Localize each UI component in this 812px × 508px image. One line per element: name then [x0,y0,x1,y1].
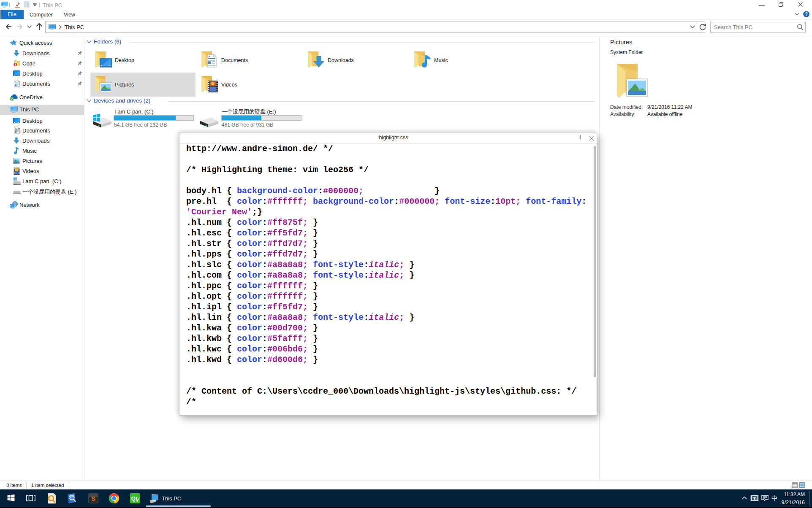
svg-text:?: ? [805,11,808,16]
svg-text:Qt: Qt [131,495,138,502]
svg-text:ABC: ABC [68,496,75,499]
svg-text:S: S [91,495,95,502]
